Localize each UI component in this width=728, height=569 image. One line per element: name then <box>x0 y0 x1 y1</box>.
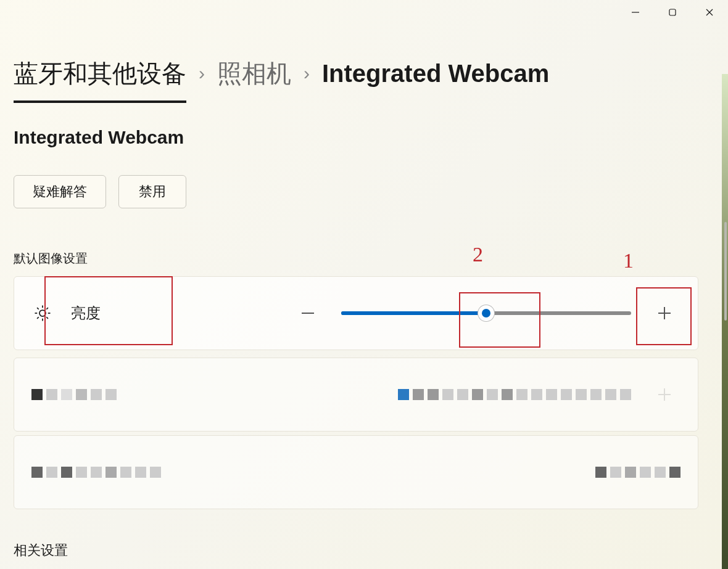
troubleshoot-button[interactable]: 疑难解答 <box>14 175 106 208</box>
wallpaper-edge <box>722 74 728 569</box>
obscured-content <box>31 467 161 478</box>
slider-thumb[interactable] <box>478 305 494 321</box>
brightness-decrease-button[interactable] <box>292 297 324 329</box>
slider-fill <box>341 311 486 315</box>
brightness-slider[interactable] <box>341 297 631 329</box>
window-controls <box>617 0 728 25</box>
setting-card-obscured-1 <box>14 358 698 432</box>
setting-card-obscured-2 <box>14 435 698 509</box>
minimize-button[interactable] <box>617 0 654 25</box>
obscured-content <box>398 389 631 400</box>
disable-button[interactable]: 禁用 <box>118 175 186 208</box>
brightness-card: 亮度 <box>14 276 698 350</box>
breadcrumb-level1[interactable]: 蓝牙和其他设备 <box>14 57 186 103</box>
brightness-increase-button[interactable] <box>648 297 680 329</box>
brightness-label: 亮度 <box>71 303 101 323</box>
svg-line-10 <box>46 317 48 319</box>
chevron-right-icon: › <box>199 63 205 84</box>
svg-line-9 <box>37 308 39 309</box>
annotation-number-1: 1 <box>623 249 634 272</box>
scrollbar-thumb[interactable] <box>724 222 727 321</box>
svg-line-11 <box>37 317 39 319</box>
page-title: Integrated Webcam <box>14 127 184 148</box>
brightness-icon <box>31 302 54 324</box>
chevron-right-icon: › <box>304 63 310 84</box>
breadcrumb-current: Integrated Webcam <box>322 60 549 88</box>
breadcrumb-level2[interactable]: 照相机 <box>217 57 291 100</box>
svg-line-12 <box>46 308 48 309</box>
section-heading-default-image: 默认图像设置 <box>14 250 88 267</box>
obscured-stepper <box>648 379 680 411</box>
annotation-number-2: 2 <box>473 243 483 266</box>
obscured-content <box>595 467 680 478</box>
close-button[interactable] <box>691 0 728 25</box>
action-buttons: 疑难解答 禁用 <box>14 175 186 208</box>
breadcrumb: 蓝牙和其他设备 › 照相机 › Integrated Webcam <box>14 57 549 103</box>
svg-rect-1 <box>669 9 676 15</box>
svg-point-4 <box>39 310 46 316</box>
section-heading-related: 相关设置 <box>14 541 68 560</box>
obscured-content <box>31 389 117 400</box>
maximize-button[interactable] <box>654 0 691 25</box>
